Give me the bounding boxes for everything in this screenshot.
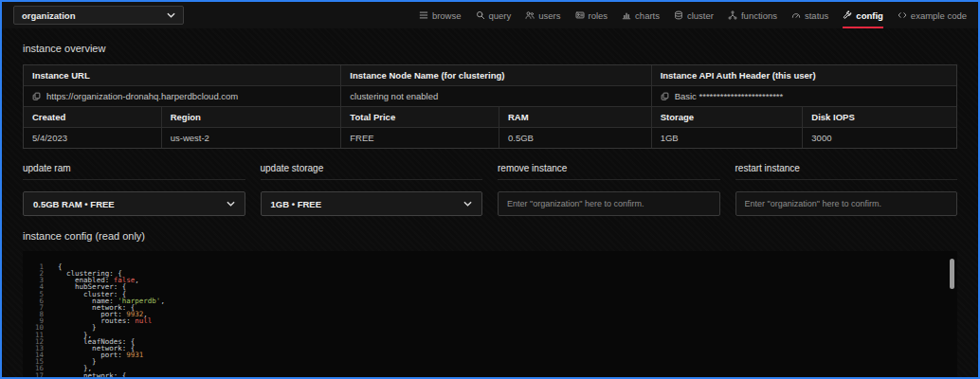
nav-item-label: cluster [687, 10, 714, 21]
region-value: us-west-2 [162, 128, 342, 148]
nav-item-label: functions [741, 10, 777, 21]
instance-overview-table: Instance URL Instance Node Name (for clu… [23, 64, 957, 149]
code-line: 9 routes: null [23, 317, 957, 324]
config-icon [843, 10, 852, 20]
code-line: 10 } [23, 324, 957, 331]
nav-item-label: query [489, 10, 512, 21]
code-line: 13 network: { [23, 345, 957, 352]
header-disk-iops: Disk IOPS [803, 107, 956, 128]
update-ram-select[interactable]: 0.5GB RAM • FREE [23, 191, 245, 216]
instance-config-viewer: 1{2 clustering: {3 enabled: false,4 hubS… [23, 251, 957, 379]
instance-actions: update ram 0.5GB RAM • FREE update stora… [23, 163, 957, 216]
code-line: 11 }, [23, 332, 957, 338]
app-window: organization browsequeryusersrolescharts… [0, 0, 980, 379]
chevron-down-icon [463, 201, 472, 207]
nav-item-query[interactable]: query [476, 2, 512, 28]
organization-dropdown-value: organization [22, 10, 75, 21]
update-ram-section: update ram 0.5GB RAM • FREE [23, 163, 245, 216]
search-icon [476, 10, 485, 20]
nav-item-browse[interactable]: browse [419, 2, 462, 28]
cluster-icon [674, 10, 683, 20]
code-line: 4 hubServer: { [23, 283, 957, 290]
line-number: 17 [23, 372, 44, 379]
nav-item-users[interactable]: users [525, 2, 560, 28]
code-line: 7 network: { [23, 304, 957, 311]
header-auth-header: Instance API Auth Header (this user) [652, 65, 956, 86]
charts-icon [622, 10, 631, 20]
instance-url-value: https://organization-dronahq.harperdbclo… [24, 86, 341, 107]
instance-overview-title: instance overview [23, 28, 957, 54]
update-ram-title: update ram [23, 163, 245, 180]
update-storage-select[interactable]: 1GB • FREE [261, 191, 483, 216]
nav-item-label: roles [589, 10, 608, 21]
update-storage-section: update storage 1GB • FREE [261, 163, 483, 216]
header-node-name: Instance Node Name (for clustering) [341, 65, 651, 86]
code-line: 3 enabled: false, [23, 277, 957, 283]
organization-dropdown[interactable]: organization [13, 6, 184, 25]
code-line: 8 port: 9932, [23, 311, 957, 317]
header-storage: Storage [652, 107, 804, 128]
top-navbar: organization browsequeryusersrolescharts… [2, 2, 978, 28]
nav-item-label: example code [911, 10, 967, 21]
main-content: instance overview Instance URL Instance … [2, 28, 978, 377]
code-line: 14 port: 9931 [23, 352, 957, 358]
header-created: Created [24, 107, 162, 128]
remove-instance-title: remove instance [498, 163, 720, 180]
code-line: 1{ [23, 263, 957, 270]
code-line: 12 leafNodes: { [23, 338, 957, 345]
roles-icon [575, 10, 585, 20]
code-line: 17 network: { [23, 372, 957, 379]
browse-icon [419, 10, 428, 20]
disk-iops-value: 3000 [803, 128, 956, 148]
update-storage-title: update storage [261, 163, 483, 180]
nav-item-label: charts [635, 10, 660, 21]
nav-item-status[interactable]: status [791, 2, 828, 28]
restart-instance-title: restart instance [735, 163, 958, 180]
remove-instance-section: remove instance [498, 163, 720, 216]
node-name-value: clustering not enabled [341, 86, 651, 107]
instance-config-title: instance config (read only) [23, 216, 957, 242]
restart-instance-confirm-input[interactable] [735, 191, 958, 216]
code-icon [898, 10, 907, 20]
nav-item-label: users [538, 10, 560, 21]
remove-instance-confirm-input[interactable] [498, 191, 720, 216]
storage-value: 1GB [652, 128, 804, 148]
copy-icon[interactable] [661, 92, 669, 100]
nav-item-charts[interactable]: charts [622, 2, 660, 28]
restart-instance-section: restart instance [735, 163, 958, 216]
copy-icon[interactable] [32, 92, 41, 100]
created-value: 5/4/2023 [24, 128, 162, 148]
header-ram: RAM [499, 107, 652, 128]
nav-item-label: config [856, 10, 883, 21]
ram-value: 0.5GB [499, 128, 652, 148]
nav-item-cluster[interactable]: cluster [674, 2, 714, 28]
code-lines: 1{2 clustering: {3 enabled: false,4 hubS… [23, 263, 957, 379]
users-icon [525, 10, 535, 20]
code-line: 15 } [23, 358, 957, 365]
code-line: 6 name: 'harperdb', [23, 298, 957, 304]
nav-item-functions[interactable]: functions [728, 2, 777, 28]
total-price-value: FREE [341, 128, 499, 148]
auth-header-value: Basic ************************ [652, 86, 956, 107]
nav-item-roles[interactable]: roles [575, 2, 608, 28]
header-region: Region [162, 107, 342, 128]
nav-item-label: status [805, 10, 828, 21]
header-instance-url: Instance URL [24, 65, 341, 86]
functions-icon [728, 10, 737, 20]
header-total-price: Total Price [341, 107, 499, 128]
code-line: 16 }, [23, 365, 957, 371]
chevron-down-icon [167, 12, 175, 18]
code-scrollbar-thumb[interactable] [950, 259, 954, 289]
status-icon [791, 10, 801, 20]
chevron-down-icon [227, 201, 235, 207]
nav-item-label: browse [432, 10, 462, 21]
code-line: 2 clustering: { [23, 270, 957, 277]
nav-menu: browsequeryusersroleschartsclusterfuncti… [419, 2, 967, 28]
nav-item-example-code[interactable]: example code [898, 2, 967, 28]
nav-item-config[interactable]: config [843, 2, 883, 28]
